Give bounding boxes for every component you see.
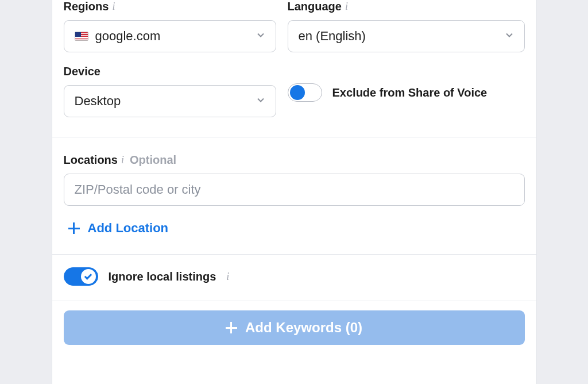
- toggle-knob: [290, 85, 305, 100]
- regions-select[interactable]: google.com: [64, 20, 276, 52]
- check-icon: [84, 272, 92, 279]
- device-value: Desktop: [75, 94, 121, 109]
- settings-card: Regions i google.com Language i: [52, 0, 537, 384]
- regions-value: google.com: [95, 29, 161, 44]
- add-location-button[interactable]: Add Location: [64, 221, 525, 236]
- us-flag-icon: [75, 32, 88, 41]
- locations-input[interactable]: [64, 174, 525, 206]
- add-keywords-button[interactable]: Add Keywords (0): [64, 310, 525, 345]
- info-icon[interactable]: i: [112, 1, 115, 13]
- language-label: Language: [288, 0, 342, 13]
- plus-icon: [226, 322, 237, 333]
- plus-icon: [68, 222, 80, 234]
- section-add-keywords: Add Keywords (0): [52, 301, 536, 359]
- device-label: Device: [64, 65, 101, 78]
- device-select[interactable]: Desktop: [64, 85, 276, 117]
- toggle-knob: [81, 269, 96, 284]
- ignore-local-label: Ignore local listings: [109, 270, 216, 283]
- section-locations: Locations i Optional Add Location: [52, 137, 536, 254]
- section-targeting: Regions i google.com Language i: [52, 0, 536, 137]
- exclude-sov-toggle[interactable]: [288, 83, 322, 102]
- add-keywords-label: Add Keywords (0): [245, 320, 362, 336]
- info-icon[interactable]: i: [121, 154, 124, 166]
- section-ignore-local: Ignore local listings i: [52, 255, 536, 301]
- field-regions: Regions i google.com: [64, 0, 276, 52]
- chevron-down-icon: [256, 95, 265, 107]
- exclude-sov-label: Exclude from Share of Voice: [332, 86, 488, 99]
- locations-label: Locations: [64, 153, 118, 167]
- regions-label: Regions: [64, 0, 109, 13]
- ignore-local-toggle[interactable]: [64, 267, 98, 286]
- chevron-down-icon: [505, 30, 514, 43]
- add-location-label: Add Location: [88, 221, 169, 236]
- language-select[interactable]: en (English): [288, 20, 525, 52]
- field-device: Device Desktop: [64, 65, 276, 117]
- info-icon[interactable]: i: [226, 271, 229, 283]
- language-value: en (English): [299, 29, 366, 44]
- exclude-sov-group: Exclude from Share of Voice: [288, 65, 488, 102]
- field-language: Language i en (English): [288, 0, 525, 52]
- chevron-down-icon: [256, 30, 265, 43]
- locations-optional: Optional: [130, 153, 176, 167]
- info-icon[interactable]: i: [345, 1, 348, 13]
